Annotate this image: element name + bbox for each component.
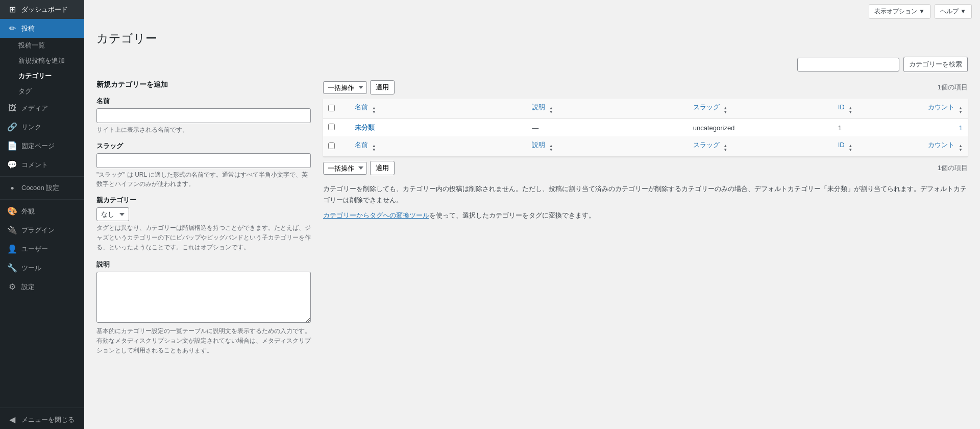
notice-text: カテゴリーを削除しても、カテゴリー内の投稿は削除されません。ただし、投稿に割り当… — [323, 183, 968, 221]
slug-sort-arrows: ▲▼ — [723, 106, 727, 114]
sidebar-divider-1 — [0, 176, 84, 177]
page-title: カテゴリー — [96, 31, 968, 46]
row-count-cell: 1 — [897, 119, 968, 137]
search-button[interactable]: カテゴリーを検索 — [903, 57, 968, 72]
slug-sort-arrows-footer: ▲▼ — [723, 144, 727, 152]
select-all-checkbox[interactable] — [328, 105, 335, 111]
sidebar-item-tools[interactable]: 🔧 ツール — [0, 258, 84, 277]
row-id-cell: 1 — [833, 119, 897, 137]
main-content: 表示オプション ▼ ヘルプ ▼ カテゴリー カテゴリーを検索 新規カテゴリーを追… — [84, 0, 980, 429]
sidebar-item-links[interactable]: 🔗 リンク — [0, 117, 84, 136]
sidebar-item-plugins[interactable]: 🔌 プラグイン — [0, 221, 84, 240]
name-sort-arrows: ▲▼ — [372, 106, 376, 114]
two-col-layout: 新規カテゴリーを追加 名前 サイト上に表示される名前です。 スラッグ "スラッグ… — [96, 80, 968, 363]
slug-input[interactable] — [96, 153, 311, 168]
category-name-link[interactable]: 未分類 — [355, 124, 375, 131]
sidebar-sub-posts-list[interactable]: 投稿一覧 — [0, 38, 84, 53]
apply-button-top[interactable]: 適用 — [370, 80, 395, 94]
col-desc-header[interactable]: 説明 ▲▼ — [527, 99, 688, 119]
item-count-top: 1個の項目 — [938, 83, 968, 92]
item-count-bottom: 1個の項目 — [938, 163, 968, 173]
help-button[interactable]: ヘルプ ▼ — [935, 4, 972, 19]
count-sort-arrows: ▲▼ — [959, 106, 963, 114]
comments-icon: 💬 — [7, 160, 17, 170]
col-count-header[interactable]: カウント ▲▼ — [897, 99, 968, 119]
name-hint: サイト上に表示される名前です。 — [96, 125, 311, 134]
links-icon: 🔗 — [7, 122, 17, 132]
form-section-title: 新規カテゴリーを追加 — [96, 80, 311, 89]
name-label: 名前 — [96, 97, 311, 106]
row-name-cell: 未分類 — [350, 119, 527, 137]
sidebar-item-pages[interactable]: 📄 固定ページ — [0, 136, 84, 155]
slug-field: スラッグ "スラッグ" は URL に適した形式の名前です。通常はすべて半角小文… — [96, 141, 311, 188]
table-col: 一括操作 適用 1個の項目 — [323, 80, 968, 221]
search-area: カテゴリーを検索 — [96, 57, 968, 72]
name-input[interactable] — [96, 108, 311, 123]
col-check-header[interactable] — [323, 99, 350, 119]
parent-select[interactable]: なし — [96, 207, 129, 221]
col-slug-footer[interactable]: スラッグ ▲▼ — [688, 136, 833, 157]
sidebar-item-posts[interactable]: ✏ 投稿 — [0, 19, 84, 38]
col-desc-footer[interactable]: 説明 ▲▼ — [527, 136, 688, 157]
sidebar-sub-new-post[interactable]: 新規投稿を追加 — [0, 53, 84, 68]
col-check-footer[interactable] — [323, 136, 350, 157]
sidebar-item-settings[interactable]: ⚙ 設定 — [0, 277, 84, 296]
id-sort-arrows: ▲▼ — [848, 106, 852, 114]
notice-paragraph-2: カテゴリーからタグへの変換ツールを使って、選択したカテゴリーをタグに変換できます… — [323, 210, 968, 221]
col-name-footer[interactable]: 名前 ▲▼ — [350, 136, 527, 157]
notice-text-after: を使って、選択したカテゴリーをタグに変換できます。 — [429, 211, 595, 219]
slug-hint: "スラッグ" は URL に適した形式の名前です。通常はすべて半角小文字で、英数… — [96, 170, 311, 188]
media-icon: 🖼 — [7, 104, 17, 113]
dashboard-icon: ⊞ — [7, 5, 17, 14]
col-count-footer[interactable]: カウント ▲▼ — [897, 136, 968, 157]
sidebar-item-cocoon[interactable]: ● Cocoon 設定 — [0, 179, 84, 197]
col-slug-header[interactable]: スラッグ ▲▼ — [688, 99, 833, 119]
sidebar-sub-categories[interactable]: カテゴリー — [0, 68, 84, 84]
sidebar-bottom: ◀ メニューを閉じる — [0, 406, 84, 429]
desc-hint: 基本的にカテゴリー設定の一覧テーブルに説明文を表示するための入力です。有効なメタ… — [96, 326, 311, 356]
table-footer-header: 名前 ▲▼ 説明 ▲▼ スラッグ ▲▼ — [323, 136, 968, 157]
appearance-icon: 🎨 — [7, 206, 17, 216]
pages-icon: 📄 — [7, 141, 17, 151]
sidebar-item-dashboard[interactable]: ⊞ ダッシュボード — [0, 0, 84, 19]
plugins-icon: 🔌 — [7, 225, 17, 235]
cocoon-icon: ● — [7, 184, 17, 192]
textarea-wrap — [96, 272, 311, 324]
description-field: 説明 基本的にカテゴリー設定の一覧テーブルに説明文を表示するための入力です。有効… — [96, 260, 311, 356]
description-textarea[interactable] — [96, 272, 311, 323]
desc-sort-arrows: ▲▼ — [549, 106, 553, 114]
posts-icon: ✏ — [7, 23, 17, 33]
sidebar-close-menu[interactable]: ◀ メニューを閉じる — [0, 410, 84, 429]
settings-icon: ⚙ — [7, 282, 17, 292]
sidebar-divider-3 — [0, 408, 84, 408]
tools-icon: 🔧 — [7, 263, 17, 273]
bulk-action-select-bottom[interactable]: 一括操作 — [323, 162, 367, 175]
sidebar-sub-tags[interactable]: タグ — [0, 84, 84, 99]
notice-conversion-link[interactable]: カテゴリーからタグへの変換ツール — [323, 211, 429, 219]
name-field: 名前 サイト上に表示される名前です。 — [96, 97, 311, 134]
sidebar-item-appearance[interactable]: 🎨 外観 — [0, 202, 84, 221]
row-count-link[interactable]: 1 — [959, 124, 963, 132]
display-options-button[interactable]: 表示オプション ▼ — [869, 4, 930, 19]
apply-button-bottom[interactable]: 適用 — [370, 161, 395, 175]
sidebar: ⊞ ダッシュボード ✏ 投稿 投稿一覧 新規投稿を追加 カテゴリー タグ 🖼 メ… — [0, 0, 84, 429]
bulk-action-select-top[interactable]: 一括操作 — [323, 81, 367, 94]
col-name-header[interactable]: 名前 ▲▼ — [350, 99, 527, 119]
col-id-footer[interactable]: ID ▲▼ — [833, 136, 897, 157]
sidebar-item-comments[interactable]: 💬 コメント — [0, 155, 84, 174]
row-checkbox-cell[interactable] — [323, 119, 350, 137]
table-toolbar-top: 一括操作 適用 1個の項目 — [323, 80, 968, 94]
table-toolbar-bottom: 一括操作 適用 1個の項目 — [323, 161, 968, 175]
sidebar-item-users[interactable]: 👤 ユーザー — [0, 240, 84, 258]
select-all-checkbox-footer[interactable] — [328, 142, 335, 149]
table-toolbar-bottom-left: 一括操作 適用 — [323, 161, 395, 175]
categories-table: 名前 ▲▼ 説明 ▲▼ スラッグ ▲▼ — [323, 99, 968, 157]
sidebar-item-media[interactable]: 🖼 メディア — [0, 99, 84, 117]
table-header: 名前 ▲▼ 説明 ▲▼ スラッグ ▲▼ — [323, 99, 968, 119]
sidebar-divider-2 — [0, 199, 84, 200]
slug-label: スラッグ — [96, 141, 311, 151]
col-id-header[interactable]: ID ▲▼ — [833, 99, 897, 119]
add-category-form: 新規カテゴリーを追加 名前 サイト上に表示される名前です。 スラッグ "スラッグ… — [96, 80, 311, 363]
search-input[interactable] — [797, 58, 899, 72]
row-checkbox[interactable] — [328, 124, 335, 130]
